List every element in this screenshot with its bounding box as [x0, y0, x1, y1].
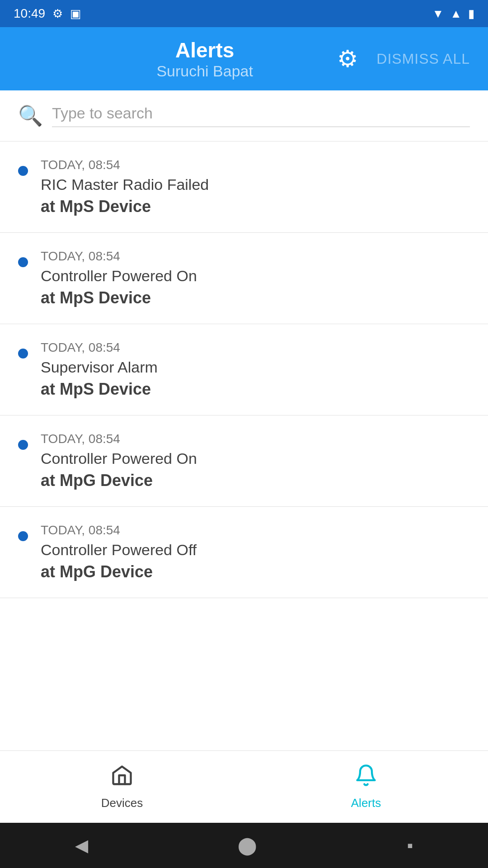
alert-device: at MpG Device [41, 471, 470, 490]
search-input[interactable] [52, 104, 470, 127]
unread-dot [18, 257, 28, 267]
alert-message: Controller Powered On [41, 450, 470, 467]
app-bar: Alerts Suruchi Bapat ⚙ DISMISS ALL [0, 27, 488, 90]
alert-device: at MpG Device [41, 562, 470, 581]
alert-message: RIC Master Radio Failed [41, 176, 470, 193]
alert-content: TODAY, 08:54Supervisor Alarmat MpS Devic… [41, 340, 470, 399]
sim-icon: ▣ [70, 7, 81, 21]
alert-item[interactable]: TODAY, 08:54Controller Powered Offat MpG… [0, 507, 488, 598]
unread-dot [18, 440, 28, 450]
alert-time: TODAY, 08:54 [41, 432, 470, 446]
alert-content: TODAY, 08:54Controller Powered Onat MpS … [41, 249, 470, 307]
battery-icon: ▮ [468, 7, 474, 21]
alert-device: at MpS Device [41, 288, 470, 307]
alert-message: Controller Powered Off [41, 541, 470, 559]
gear-icon: ⚙ [337, 45, 358, 72]
recents-button[interactable]: ▪ [407, 836, 413, 855]
nav-devices-label: Devices [101, 796, 143, 810]
app-bar-actions: ⚙ DISMISS ALL [337, 45, 470, 72]
system-nav-bar: ◀ ⬤ ▪ [0, 823, 488, 868]
alert-message: Supervisor Alarm [41, 359, 470, 376]
alert-list: TODAY, 08:54RIC Master Radio Failedat Mp… [0, 142, 488, 750]
alert-time: TODAY, 08:54 [41, 249, 470, 264]
nav-alerts-label: Alerts [351, 796, 381, 810]
unread-dot [18, 349, 28, 359]
home-button[interactable]: ⬤ [238, 835, 257, 855]
back-button[interactable]: ◀ [75, 835, 88, 855]
alert-item[interactable]: TODAY, 08:54Controller Powered Onat MpS … [0, 233, 488, 324]
alert-item[interactable]: TODAY, 08:54Supervisor Alarmat MpS Devic… [0, 324, 488, 415]
alert-content: TODAY, 08:54Controller Powered Onat MpG … [41, 432, 470, 490]
status-bar-right: ▼ ▲ ▮ [432, 7, 474, 21]
status-bar-left: 10:49 ⚙ ▣ [14, 6, 81, 21]
alert-device: at MpS Device [41, 197, 470, 216]
settings-status-icon: ⚙ [52, 7, 63, 21]
bell-icon [354, 764, 378, 793]
alert-device: at MpS Device [41, 380, 470, 399]
nav-devices[interactable]: Devices [0, 751, 244, 823]
search-icon: 🔍 [18, 104, 43, 127]
house-icon [110, 764, 134, 793]
alert-time: TODAY, 08:54 [41, 340, 470, 355]
app-bar-center: Alerts Suruchi Bapat [72, 38, 337, 80]
alert-item[interactable]: TODAY, 08:54Controller Powered Onat MpG … [0, 415, 488, 507]
bottom-nav: Devices Alerts [0, 750, 488, 823]
alert-content: TODAY, 08:54Controller Powered Offat MpG… [41, 523, 470, 581]
status-bar: 10:49 ⚙ ▣ ▼ ▲ ▮ [0, 0, 488, 27]
clock: 10:49 [14, 6, 45, 21]
nav-alerts[interactable]: Alerts [244, 751, 488, 823]
alert-content: TODAY, 08:54RIC Master Radio Failedat Mp… [41, 158, 470, 216]
alert-time: TODAY, 08:54 [41, 158, 470, 172]
search-bar: 🔍 [0, 90, 488, 142]
signal-icon: ▲ [450, 7, 462, 21]
page-title: Alerts [175, 38, 234, 62]
alert-time: TODAY, 08:54 [41, 523, 470, 538]
alert-item[interactable]: TODAY, 08:54RIC Master Radio Failedat Mp… [0, 142, 488, 233]
unread-dot [18, 531, 28, 541]
alert-message: Controller Powered On [41, 267, 470, 285]
settings-button[interactable]: ⚙ [337, 45, 358, 72]
dismiss-all-button[interactable]: DISMISS ALL [376, 51, 470, 67]
wifi-icon: ▼ [432, 7, 444, 21]
unread-dot [18, 166, 28, 176]
user-name: Suruchi Bapat [156, 62, 253, 80]
